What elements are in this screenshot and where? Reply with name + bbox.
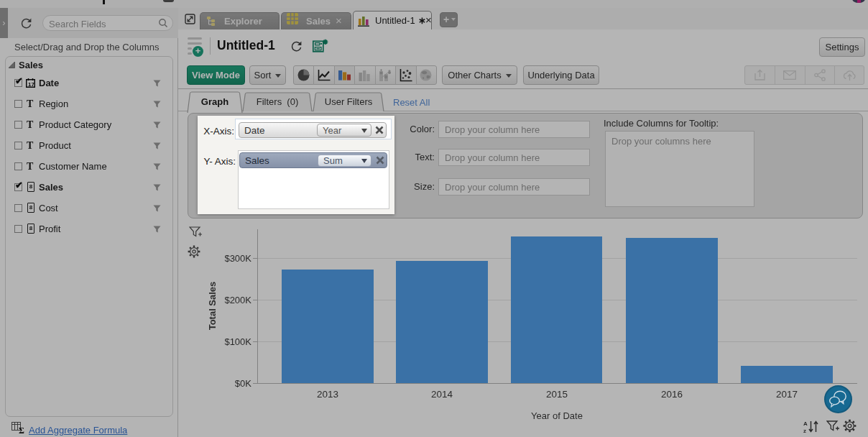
svg-text:User Filters: User Filters [325, 96, 373, 107]
svg-text:17: 17 [28, 81, 34, 88]
svg-text:z: z [803, 428, 806, 433]
svg-text:Filters (0): Filters (0) [257, 96, 299, 107]
svg-text:Graph: Graph [201, 96, 228, 107]
svg-text:A: A [803, 420, 808, 427]
svg-text:Σ: Σ [19, 426, 24, 434]
